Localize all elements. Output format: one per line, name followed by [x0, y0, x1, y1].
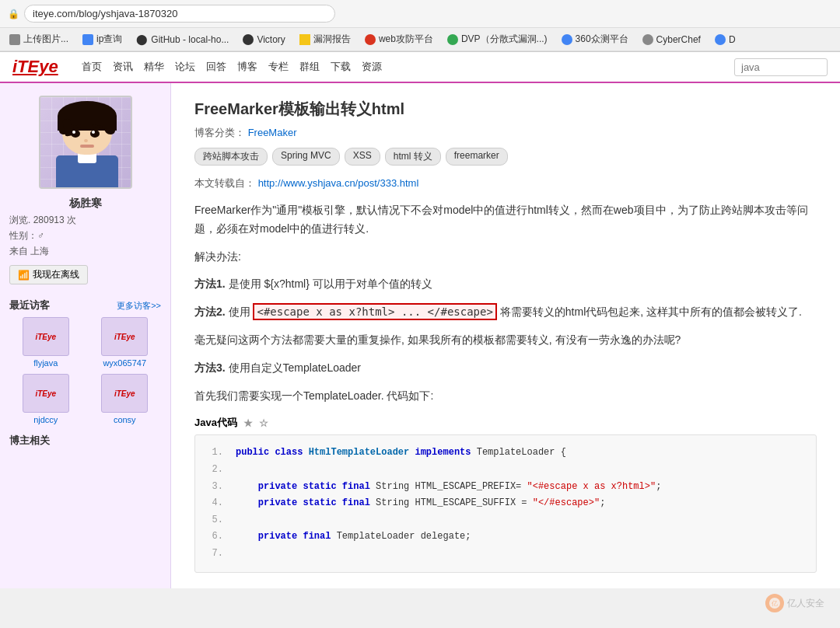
tag-spring-mvc[interactable]: Spring MVC	[272, 148, 340, 166]
ip-favicon	[82, 34, 93, 45]
search-box[interactable]	[734, 58, 828, 76]
nav-column[interactable]: 专栏	[268, 60, 289, 74]
post-title: FreeMarker模板输出转义html	[194, 99, 817, 120]
tag-xss[interactable]: XSS	[345, 148, 380, 166]
tag-html-escape[interactable]: html 转义	[385, 148, 441, 166]
line-text-1: public class HtmlTemplateLoader implemen…	[236, 445, 566, 462]
toolbar-item-github[interactable]: ⬤ GitHub - local-ho...	[133, 32, 232, 47]
method2-suffix: 将需要转义的html代码包起来, 这样其中所有的值都会被转义了.	[500, 305, 802, 318]
toolbar-item-ip[interactable]: ip查询	[79, 31, 125, 47]
nav-home[interactable]: 首页	[82, 60, 102, 74]
nav-download[interactable]: 下载	[331, 60, 351, 74]
nav-answers[interactable]: 回答	[206, 60, 226, 74]
url-bar[interactable]: iteye.com/blog/yshjava-1870320	[24, 5, 335, 23]
page-content: 杨胜寒 浏览. 280913 次 性别：♂ 来自 上海 📶 我现在离线 最近访客…	[0, 83, 840, 588]
site-logo[interactable]: iTEye	[12, 57, 58, 77]
star-icon[interactable]: ★	[243, 417, 253, 429]
line-text-5	[236, 512, 241, 529]
method3-content: 使用自定义TemplateLoader	[229, 361, 361, 374]
code-line-4: 4. private static final String HTML_ESCA…	[208, 495, 803, 512]
search-input[interactable]	[734, 58, 828, 76]
avatar-drawing	[40, 97, 131, 187]
visitor-name-2[interactable]: wyx065747	[89, 358, 162, 368]
visitors-grid: iTEye flyjava iTEye wyx065747 iTEye njdc…	[9, 317, 161, 424]
method3-label: 方法3.	[194, 361, 226, 374]
more-visitors-link[interactable]: 更多访客>>	[117, 300, 161, 312]
code-header: Java代码 ★ ☆	[194, 416, 817, 430]
nav-groups[interactable]: 群组	[299, 60, 320, 74]
template-loader-intro: 首先我们需要实现一个TemplateLoader. 代码如下:	[194, 387, 817, 406]
nav-blog[interactable]: 博客	[237, 60, 257, 74]
toolbar-item-web-label: web攻防平台	[379, 33, 433, 46]
blogger-section-header: 博主相关	[9, 434, 161, 448]
toolbar-item-d-label: D	[729, 34, 736, 45]
line-text-7	[236, 546, 241, 563]
toolbar-item-upload[interactable]: 上传图片...	[6, 31, 72, 47]
signal-icon: 📶	[18, 270, 30, 281]
toolbar-item-loophole-label: 漏洞报告	[313, 33, 351, 46]
visitor-avatar-4: iTEye	[101, 374, 148, 413]
web-favicon	[365, 34, 376, 45]
method2-highlight: <#escape x as x?html> ... </#escape>	[253, 303, 496, 320]
intro-text: FreeMarker作为"通用"模板引擎，默认情况下不会对model中的值进行h…	[194, 201, 817, 239]
line-num-2: 2.	[208, 462, 223, 479]
line-num-3: 3.	[208, 479, 223, 496]
toolbar-item-dvp[interactable]: DVP（分散式漏洞...)	[444, 31, 551, 47]
toolbar-item-loophole[interactable]: 漏洞报告	[296, 31, 354, 47]
toolbar-item-web[interactable]: web攻防平台	[362, 31, 436, 47]
source-link-container: 本文转载自： http://www.yshjava.cn/post/333.ht…	[194, 176, 817, 190]
line-num-7: 7.	[208, 546, 223, 563]
online-status-button[interactable]: 📶 我现在离线	[9, 265, 88, 284]
line-num-4: 4.	[208, 495, 223, 512]
line-text-3: private static final String HTML_ESCAPE_…	[236, 479, 661, 496]
source-prefix: 本文转载自：	[194, 177, 255, 189]
visitor-name-3[interactable]: njdccy	[9, 415, 82, 424]
visitor-item-4: iTEye consy	[89, 374, 162, 424]
source-url[interactable]: http://www.yshjava.cn/post/333.html	[258, 177, 419, 189]
victory-favicon	[243, 34, 254, 45]
site-header: iTEye 首页 资讯 精华 论坛 回答 博客 专栏 群组 下载 资源	[0, 52, 840, 83]
star-outline-icon[interactable]: ☆	[259, 417, 268, 429]
line-text-4: private static final String HTML_ESCAPE_…	[236, 495, 605, 512]
visitor-logo-2: iTEye	[114, 333, 135, 341]
method1-label: 方法1.	[194, 277, 226, 290]
user-views: 浏览. 280913 次	[9, 214, 161, 227]
visitor-logo-4: iTEye	[114, 389, 135, 398]
toolbar-item-victory[interactable]: Victory	[240, 33, 288, 47]
line-text-6: private final TemplateLoader delegate;	[236, 529, 471, 546]
solution-label: 解决办法:	[194, 248, 817, 267]
code-line-6: 6. private final TemplateLoader delegate…	[208, 529, 803, 546]
toolbar-item-360[interactable]: 360众测平台	[558, 31, 632, 47]
visitor-name-1[interactable]: flyjava	[9, 358, 82, 368]
method2-text: 方法2. 使用 <#escape x as x?html> ... </#esc…	[194, 303, 817, 322]
sidebar: 杨胜寒 浏览. 280913 次 性别：♂ 来自 上海 📶 我现在离线 最近访客…	[0, 83, 171, 588]
nav-featured[interactable]: 精华	[144, 60, 164, 74]
upload-favicon	[9, 34, 20, 45]
visitor-logo-1: iTEye	[35, 333, 56, 341]
post-category: 博客分类： FreeMaker	[194, 126, 817, 140]
code-line-2: 2.	[208, 462, 803, 479]
method1-text: 方法1. 是使用 ${x?html} 可以用于对单个值的转义	[194, 275, 817, 294]
method2-prefix: 使用	[229, 305, 250, 318]
toolbar-item-d[interactable]: D	[712, 33, 739, 47]
360-favicon	[562, 34, 572, 45]
toolbar-item-victory-label: Victory	[257, 34, 285, 45]
tag-freemarker[interactable]: freemarker	[446, 148, 508, 166]
nav-forum[interactable]: 论坛	[175, 60, 195, 74]
code-block: 1. public class HtmlTemplateLoader imple…	[194, 434, 817, 572]
toolbar-item-github-label: GitHub - local-ho...	[151, 34, 229, 45]
tag-xss-attack[interactable]: 跨站脚本攻击	[194, 148, 268, 166]
category-link[interactable]: FreeMaker	[248, 127, 297, 138]
toolbar-item-cyberchef[interactable]: CyberChef	[639, 33, 704, 47]
visitor-item-3: iTEye njdccy	[9, 374, 82, 424]
dvp-favicon	[447, 34, 458, 45]
nav-resources[interactable]: 资源	[362, 60, 382, 74]
user-gender: 性别：♂	[9, 229, 161, 242]
visitor-avatar-1: iTEye	[23, 317, 69, 356]
line-num-5: 5.	[208, 512, 223, 529]
nav-news[interactable]: 资讯	[113, 60, 133, 74]
toolbar-item-360-label: 360众测平台	[576, 33, 628, 46]
visitor-name-4[interactable]: consy	[89, 415, 162, 424]
avatar	[39, 96, 132, 189]
method3-text: 方法3. 使用自定义TemplateLoader	[194, 359, 817, 378]
